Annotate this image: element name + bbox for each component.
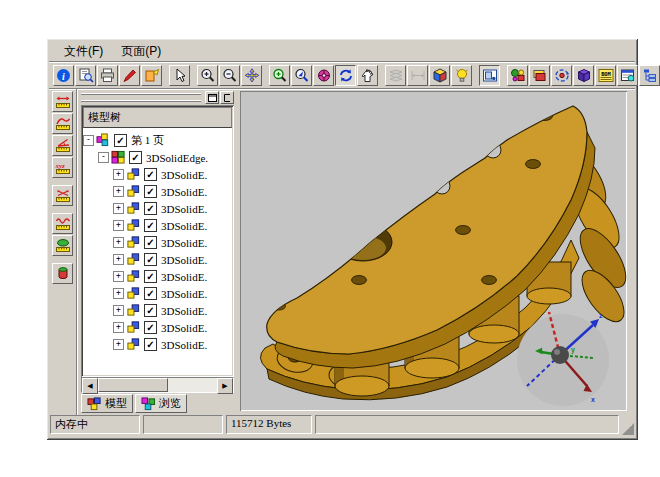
tree-row[interactable]: +✓3DSolidE. (83, 251, 234, 268)
rotate-view-button[interactable] (313, 65, 334, 86)
zoom-window-button[interactable] (269, 65, 290, 86)
tree-row[interactable]: -✓3DSolidEdge. (83, 149, 234, 166)
print-button[interactable] (97, 65, 118, 86)
tree-item-checkbox[interactable]: ✓ (144, 202, 157, 215)
measure-volume-button[interactable] (52, 263, 73, 284)
measure-wave-button[interactable] (52, 213, 73, 234)
resize-grip[interactable] (622, 423, 634, 435)
measure-length-button[interactable] (52, 91, 73, 112)
tree-item-label[interactable]: 3DSolidE. (161, 203, 207, 215)
zoom-extents-button[interactable] (291, 65, 312, 86)
tree-item-checkbox[interactable]: ✓ (144, 168, 157, 181)
expand-expander-icon[interactable]: + (113, 271, 124, 282)
structure-tree-button[interactable] (639, 65, 660, 86)
measure-angle-button[interactable] (52, 135, 73, 156)
report-button[interactable] (617, 65, 638, 86)
menu-page[interactable]: 页面(P) (112, 41, 170, 62)
tree-row[interactable]: +✓3DSolidE. (83, 336, 234, 353)
measure-distance-button[interactable] (52, 185, 73, 206)
tree-item-label[interactable]: 第 1 页 (131, 133, 164, 148)
export-button[interactable] (141, 65, 162, 86)
expand-expander-icon[interactable]: + (113, 186, 124, 197)
tree-item-label[interactable]: 3DSolidE. (161, 288, 207, 300)
tree-item-checkbox[interactable]: ✓ (144, 270, 157, 283)
assembly-tools-button[interactable] (529, 65, 550, 86)
display-mode-button[interactable] (429, 65, 450, 86)
bom-button[interactable]: BOM (595, 65, 616, 86)
viewport-3d[interactable]: z x y (240, 91, 627, 411)
tree-item-label[interactable]: 3DSolidE. (161, 186, 207, 198)
expand-expander-icon[interactable]: + (113, 254, 124, 265)
zoom-out-button[interactable] (219, 65, 240, 86)
solid-tools-button[interactable] (573, 65, 594, 86)
collapse-expander-icon[interactable]: - (83, 135, 94, 146)
tree-row[interactable]: +✓3DSolidE. (83, 285, 234, 302)
hand-pan-button[interactable] (357, 65, 378, 86)
select-button[interactable] (169, 65, 190, 86)
tree-item-checkbox[interactable]: ✓ (144, 253, 157, 266)
measure-curve-button[interactable] (52, 113, 73, 134)
tree-item-label[interactable]: 3DSolidE. (161, 322, 207, 334)
expand-expander-icon[interactable]: + (113, 288, 124, 299)
tree-item-checkbox[interactable]: ✓ (144, 219, 157, 232)
orbit-tools-button[interactable] (551, 65, 572, 86)
tree-row[interactable]: +✓3DSolidE. (83, 200, 234, 217)
tree-row[interactable]: +✓3DSolidE. (83, 319, 234, 336)
panel-restore-button[interactable] (205, 91, 219, 104)
tab-model[interactable]: 模型 (81, 394, 133, 413)
tree-item-checkbox[interactable]: ✓ (129, 151, 142, 164)
measure-tools-button[interactable] (407, 65, 428, 86)
expand-expander-icon[interactable]: + (113, 322, 124, 333)
expand-expander-icon[interactable]: + (113, 203, 124, 214)
tree-item-checkbox[interactable]: ✓ (144, 321, 157, 334)
tree-row[interactable]: +✓3DSolidE. (83, 268, 234, 285)
part-tools-button[interactable] (507, 65, 528, 86)
expand-expander-icon[interactable]: + (113, 305, 124, 316)
lighting-button[interactable] (451, 65, 472, 86)
panel-collapse-button[interactable] (220, 91, 234, 104)
tree-horizontal-scrollbar[interactable]: ◀ ▶ (81, 377, 234, 393)
tree-row[interactable]: -✓第 1 页 (83, 132, 234, 149)
tree-row[interactable]: +✓3DSolidE. (83, 217, 234, 234)
measure-area-button[interactable] (52, 235, 73, 256)
info-button[interactable]: i (53, 65, 74, 86)
expand-expander-icon[interactable]: + (113, 237, 124, 248)
expand-expander-icon[interactable]: + (113, 339, 124, 350)
tree-row[interactable]: +✓3DSolidE. (83, 234, 234, 251)
tree-item-label[interactable]: 3DSolidE. (161, 220, 207, 232)
collapse-expander-icon[interactable]: - (98, 152, 109, 163)
expand-expander-icon[interactable]: + (113, 169, 124, 180)
pan-button[interactable] (241, 65, 262, 86)
scroll-track[interactable] (98, 378, 217, 392)
menu-file[interactable]: 文件(F) (55, 41, 112, 62)
tree-item-checkbox[interactable]: ✓ (144, 185, 157, 198)
scroll-thumb[interactable] (98, 378, 168, 392)
tree-item-label[interactable]: 3DSolidE. (161, 169, 207, 181)
tree-item-label[interactable]: 3DSolidE. (161, 305, 207, 317)
annotate-button[interactable] (119, 65, 140, 86)
tree-row[interactable]: +✓3DSolidE. (83, 183, 234, 200)
tree-item-label[interactable]: 3DSolidE. (161, 271, 207, 283)
tree-item-checkbox[interactable]: ✓ (114, 134, 127, 147)
panel-grip[interactable] (81, 93, 201, 102)
tree-item-label[interactable]: 3DSolidE. (161, 254, 207, 266)
tree-row[interactable]: +✓3DSolidE. (83, 302, 234, 319)
tree-row[interactable]: +✓3DSolidE. (83, 166, 234, 183)
zoom-in-button[interactable] (197, 65, 218, 86)
measure-coordinate-button[interactable]: xyz (52, 157, 73, 178)
tab-browse[interactable]: 浏览 (135, 394, 187, 413)
tree-item-checkbox[interactable]: ✓ (144, 338, 157, 351)
scroll-left-button[interactable]: ◀ (82, 378, 98, 394)
tree-item-label[interactable]: 3DSolidE. (161, 237, 207, 249)
tree-item-label[interactable]: 3DSolidEdge. (146, 152, 208, 164)
print-preview-button[interactable] (75, 65, 96, 86)
tree-item-checkbox[interactable]: ✓ (144, 304, 157, 317)
scroll-right-button[interactable]: ▶ (217, 378, 233, 394)
expand-expander-icon[interactable]: + (113, 220, 124, 231)
tree-item-label[interactable]: 3DSolidE. (161, 339, 207, 351)
spin-view-button[interactable] (335, 65, 356, 86)
tree-item-checkbox[interactable]: ✓ (144, 236, 157, 249)
image-frame-button[interactable] (479, 65, 500, 86)
layers-button[interactable] (385, 65, 406, 86)
tree-item-checkbox[interactable]: ✓ (144, 287, 157, 300)
